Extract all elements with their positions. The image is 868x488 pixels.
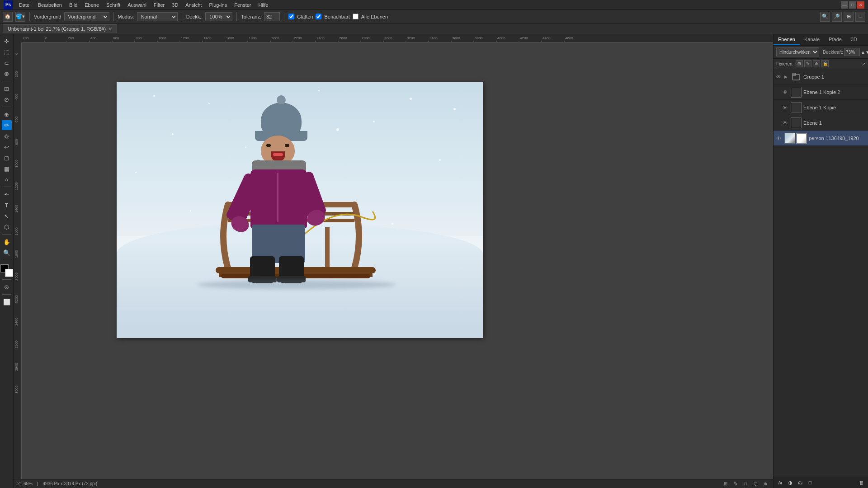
minimize-button[interactable]: — <box>841 1 848 9</box>
crop-tool[interactable]: ⊡ <box>2 84 12 94</box>
layer-item-person[interactable]: 👁 person-1136498_1920 <box>774 131 868 146</box>
background-color[interactable] <box>5 269 13 277</box>
path-select-tool[interactable]: ↖ <box>2 211 12 221</box>
opacity-dropdown[interactable]: 100% <box>205 12 232 21</box>
new-layer-button[interactable]: □ <box>806 479 814 487</box>
layer-item-ebene1kopie2[interactable]: 👁 Ebene 1 Kopie 2 <box>774 84 868 100</box>
shape-tool[interactable]: ⬡ <box>2 222 12 232</box>
select-rect-tool[interactable]: ⬚ <box>2 47 12 57</box>
history-brush-tool[interactable]: ↩ <box>2 142 12 152</box>
eyedropper-tool[interactable]: ⊘ <box>2 94 12 104</box>
menu-bild[interactable]: Bild <box>66 1 81 9</box>
ruler-h-svg: 200 0 200 400 600 800 1000 1200 <box>22 34 773 42</box>
menu-bearbeiten[interactable]: Bearbeiten <box>34 1 66 9</box>
layer-visibility-ebene1[interactable]: 👁 <box>783 120 789 126</box>
layer-visibility-ebene1k[interactable]: 👁 <box>783 105 789 110</box>
opacity-stepper[interactable]: ▲▼ <box>861 50 868 55</box>
menu-ebene[interactable]: Ebene <box>81 1 103 9</box>
alle-ebenen-checkbox[interactable] <box>353 14 359 19</box>
menu-3d[interactable]: 3D <box>168 1 182 9</box>
status-button2[interactable]: ✎ <box>731 480 740 488</box>
menu-hilfe[interactable]: Hilfe <box>255 1 272 9</box>
tab-ebenen[interactable]: Ebenen <box>774 34 800 45</box>
svg-text:600: 600 <box>113 36 119 40</box>
tolerance-label: Toleranz: <box>241 14 261 19</box>
brush-tool[interactable]: ✏ <box>2 120 12 130</box>
canvas-viewport[interactable] <box>22 42 773 479</box>
tool-dropdown[interactable]: Vordergrund <box>64 12 109 21</box>
menu-auswahl[interactable]: Auswahl <box>124 1 150 9</box>
quick-mask-tool[interactable]: ⊙ <box>2 282 12 292</box>
layer-expand-gruppe1[interactable]: ▶ <box>784 75 789 79</box>
menu-ansicht[interactable]: Ansicht <box>182 1 205 9</box>
menu-filter[interactable]: Filter <box>150 1 168 9</box>
status-button4[interactable]: ⬡ <box>751 480 760 488</box>
healing-tool[interactable]: ⊕ <box>2 109 12 119</box>
layer-visibility-ebene1k2[interactable]: 👁 <box>783 89 789 95</box>
layer-item-gruppe1[interactable]: 👁 ▶ Gruppe 1 <box>774 69 868 84</box>
move-tool[interactable]: ✛ <box>2 36 12 46</box>
new-group-button[interactable]: 🗂 <box>796 479 804 487</box>
home-button[interactable]: 🏠 <box>3 12 13 22</box>
blend-mode-select[interactable]: Hindurchwirken <box>776 47 819 56</box>
close-button[interactable]: ✕ <box>857 1 864 9</box>
pen-tool[interactable]: ✒ <box>2 189 12 199</box>
mode-dropdown[interactable]: Normal <box>137 12 178 21</box>
fixieren-row: Fixieren: ⊞ ✎ ⊕ 🔒 ↗ <box>774 59 868 69</box>
add-adjustment-button[interactable]: ◑ <box>786 479 794 487</box>
tab-3d[interactable]: 3D <box>846 34 862 45</box>
text-tool[interactable]: T <box>2 200 12 210</box>
status-button3[interactable]: □ <box>741 480 750 488</box>
layer-item-ebene1[interactable]: 👁 Ebene 1 <box>774 115 868 131</box>
mode-label: Modus: <box>118 14 134 19</box>
gradient-tool[interactable]: ▦ <box>2 164 12 174</box>
screen-mode-tool[interactable]: ⬜ <box>2 297 12 307</box>
layer-visibility-gruppe1[interactable]: 👁 <box>776 74 783 80</box>
menu-fenster[interactable]: Fenster <box>231 1 255 9</box>
tool-preset[interactable]: 🪣▾ <box>15 12 25 22</box>
eraser-tool[interactable]: ◻ <box>2 153 12 163</box>
zoom-tool[interactable]: 🔍 <box>2 248 12 258</box>
canvas-area[interactable]: 200 0 200 400 600 800 1000 1200 <box>14 34 773 488</box>
maximize-button[interactable]: □ <box>849 1 856 9</box>
fix-btn-3[interactable]: ⊕ <box>813 60 820 67</box>
layer-name-person: person-1136498_1920 <box>809 136 865 141</box>
tab-pfade[interactable]: Pfade <box>824 34 846 45</box>
search-button[interactable]: 🔍 <box>820 12 830 22</box>
arrange-button[interactable]: ⊞ <box>844 12 854 22</box>
document-tab[interactable]: Unbenannt-1 bei 21,7% (Gruppe 1, RGB/8#)… <box>3 24 117 33</box>
glaetten-checkbox[interactable] <box>288 14 294 19</box>
workspace-button[interactable]: ≡ <box>855 12 865 22</box>
svg-text:0: 0 <box>45 36 47 40</box>
svg-text:600: 600 <box>14 116 19 122</box>
color-selector[interactable] <box>0 264 13 277</box>
tolerance-input[interactable] <box>264 12 280 21</box>
tab-close-button[interactable]: ✕ <box>108 27 112 32</box>
status-button1[interactable]: ⊞ <box>722 480 730 488</box>
fix-btn-2[interactable]: ✎ <box>804 60 811 67</box>
fix-btn-1[interactable]: ⊞ <box>796 60 803 67</box>
menu-datei[interactable]: Datei <box>15 1 34 9</box>
svg-text:3400: 3400 <box>429 36 438 40</box>
status-button5[interactable]: ⊕ <box>761 480 769 488</box>
delete-layer-button[interactable]: 🗑 <box>857 479 865 487</box>
layer-item-ebene1kopie[interactable]: 👁 Ebene 1 Kopie <box>774 100 868 115</box>
quick-select-tool[interactable]: ⊛ <box>2 69 12 79</box>
image-canvas[interactable] <box>117 82 483 338</box>
menu-plugins[interactable]: Plug-ins <box>205 1 231 9</box>
clone-tool[interactable]: ⊚ <box>2 131 12 141</box>
svg-text:1800: 1800 <box>249 36 257 40</box>
lasso-tool[interactable]: ⊂ <box>2 58 12 68</box>
fx-button[interactable]: fx <box>776 479 784 487</box>
tab-kanaele[interactable]: Kanäle <box>800 34 824 45</box>
svg-text:2800: 2800 <box>14 363 19 371</box>
fix-btn-4[interactable]: 🔒 <box>821 60 829 67</box>
layer-visibility-person[interactable]: 👁 <box>776 136 783 141</box>
hand-tool[interactable]: ✋ <box>2 237 12 247</box>
benachbart-checkbox[interactable] <box>316 14 321 19</box>
dodge-tool[interactable]: ○ <box>2 174 12 184</box>
opacity-input[interactable] <box>844 48 860 56</box>
zoom-button2[interactable]: 🔎 <box>832 12 842 22</box>
layers-list[interactable]: 👁 ▶ Gruppe 1 👁 Eb <box>774 69 868 477</box>
menu-schrift[interactable]: Schrift <box>103 1 124 9</box>
